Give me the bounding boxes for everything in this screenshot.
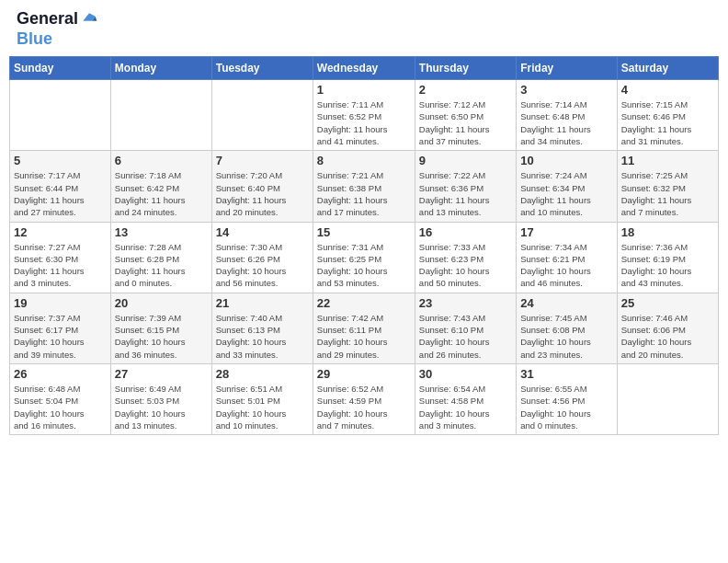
calendar-cell: 10Sunrise: 7:24 AM Sunset: 6:34 PM Dayli… — [517, 151, 617, 222]
calendar-week-row: 5Sunrise: 7:17 AM Sunset: 6:44 PM Daylig… — [10, 151, 719, 222]
day-info: Sunrise: 7:40 AM Sunset: 6:13 PM Dayligh… — [216, 312, 309, 361]
calendar-cell: 3Sunrise: 7:14 AM Sunset: 6:48 PM Daylig… — [517, 80, 617, 151]
day-number: 25 — [621, 296, 714, 310]
day-number: 3 — [520, 83, 612, 97]
day-info: Sunrise: 7:46 AM Sunset: 6:06 PM Dayligh… — [621, 312, 714, 361]
day-info: Sunrise: 7:24 AM Sunset: 6:34 PM Dayligh… — [520, 169, 612, 218]
day-info: Sunrise: 7:11 AM Sunset: 6:52 PM Dayligh… — [317, 98, 411, 147]
day-number: 27 — [115, 367, 208, 381]
day-info: Sunrise: 6:55 AM Sunset: 4:56 PM Dayligh… — [520, 383, 612, 431]
calendar-cell: 22Sunrise: 7:42 AM Sunset: 6:11 PM Dayli… — [313, 293, 415, 363]
day-number: 7 — [216, 154, 309, 167]
day-number: 20 — [115, 296, 208, 310]
day-info: Sunrise: 6:52 AM Sunset: 4:59 PM Dayligh… — [317, 383, 411, 431]
day-info: Sunrise: 7:21 AM Sunset: 6:38 PM Dayligh… — [317, 169, 411, 218]
calendar-cell: 2Sunrise: 7:12 AM Sunset: 6:50 PM Daylig… — [415, 80, 516, 151]
day-number: 13 — [115, 225, 208, 239]
day-info: Sunrise: 7:36 AM Sunset: 6:19 PM Dayligh… — [621, 241, 714, 290]
day-number: 2 — [419, 83, 512, 97]
day-info: Sunrise: 7:33 AM Sunset: 6:23 PM Dayligh… — [419, 241, 512, 290]
weekday-header-cell: Wednesday — [313, 57, 415, 80]
day-info: Sunrise: 6:48 AM Sunset: 5:04 PM Dayligh… — [14, 383, 107, 431]
calendar-cell: 8Sunrise: 7:21 AM Sunset: 6:38 PM Daylig… — [313, 151, 415, 222]
day-number: 11 — [621, 154, 714, 167]
day-number: 15 — [317, 225, 411, 239]
logo-icon — [80, 10, 98, 29]
day-number: 18 — [621, 225, 714, 239]
day-number: 30 — [419, 367, 512, 381]
day-number: 10 — [520, 154, 612, 167]
calendar-cell: 25Sunrise: 7:46 AM Sunset: 6:06 PM Dayli… — [617, 293, 718, 363]
calendar-cell — [211, 80, 313, 151]
day-info: Sunrise: 7:25 AM Sunset: 6:32 PM Dayligh… — [621, 169, 714, 218]
day-number: 5 — [14, 154, 107, 167]
day-number: 21 — [216, 296, 309, 310]
calendar-cell: 15Sunrise: 7:31 AM Sunset: 6:25 PM Dayli… — [313, 222, 415, 293]
day-number: 9 — [419, 154, 512, 167]
calendar-cell: 14Sunrise: 7:30 AM Sunset: 6:26 PM Dayli… — [211, 222, 313, 293]
calendar-week-row: 19Sunrise: 7:37 AM Sunset: 6:17 PM Dayli… — [10, 293, 719, 363]
day-info: Sunrise: 7:20 AM Sunset: 6:40 PM Dayligh… — [216, 169, 309, 218]
calendar-cell — [617, 363, 718, 434]
calendar-week-row: 1Sunrise: 7:11 AM Sunset: 6:52 PM Daylig… — [10, 80, 719, 151]
day-info: Sunrise: 7:45 AM Sunset: 6:08 PM Dayligh… — [520, 312, 612, 361]
day-number: 26 — [14, 367, 107, 381]
day-info: Sunrise: 7:14 AM Sunset: 6:48 PM Dayligh… — [520, 98, 612, 147]
day-number: 1 — [317, 83, 411, 97]
calendar-cell: 6Sunrise: 7:18 AM Sunset: 6:42 PM Daylig… — [110, 151, 211, 222]
day-number: 23 — [419, 296, 512, 310]
logo-text: General — [17, 9, 78, 29]
calendar-cell: 13Sunrise: 7:28 AM Sunset: 6:28 PM Dayli… — [110, 222, 211, 293]
calendar-cell: 28Sunrise: 6:51 AM Sunset: 5:01 PM Dayli… — [211, 363, 313, 434]
calendar-cell: 9Sunrise: 7:22 AM Sunset: 6:36 PM Daylig… — [415, 151, 516, 222]
day-info: Sunrise: 6:54 AM Sunset: 4:58 PM Dayligh… — [419, 383, 512, 431]
day-info: Sunrise: 7:31 AM Sunset: 6:25 PM Dayligh… — [317, 241, 411, 290]
calendar-cell: 18Sunrise: 7:36 AM Sunset: 6:19 PM Dayli… — [617, 222, 718, 293]
day-info: Sunrise: 6:51 AM Sunset: 5:01 PM Dayligh… — [216, 383, 309, 431]
weekday-header-cell: Thursday — [415, 57, 516, 80]
weekday-header-cell: Monday — [110, 57, 211, 80]
calendar-cell: 23Sunrise: 7:43 AM Sunset: 6:10 PM Dayli… — [415, 293, 516, 363]
day-number: 16 — [419, 225, 512, 239]
day-number: 29 — [317, 367, 411, 381]
calendar-body: 1Sunrise: 7:11 AM Sunset: 6:52 PM Daylig… — [10, 80, 719, 435]
day-info: Sunrise: 7:37 AM Sunset: 6:17 PM Dayligh… — [14, 312, 107, 361]
calendar-week-row: 12Sunrise: 7:27 AM Sunset: 6:30 PM Dayli… — [10, 222, 719, 293]
day-info: Sunrise: 7:34 AM Sunset: 6:21 PM Dayligh… — [520, 241, 612, 290]
calendar-cell: 19Sunrise: 7:37 AM Sunset: 6:17 PM Dayli… — [10, 293, 111, 363]
day-info: Sunrise: 7:22 AM Sunset: 6:36 PM Dayligh… — [419, 169, 512, 218]
day-number: 28 — [216, 367, 309, 381]
logo-blue-text: Blue — [17, 29, 98, 50]
calendar-cell: 30Sunrise: 6:54 AM Sunset: 4:58 PM Dayli… — [415, 363, 516, 434]
weekday-header-cell: Friday — [517, 57, 617, 80]
calendar-cell: 16Sunrise: 7:33 AM Sunset: 6:23 PM Dayli… — [415, 222, 516, 293]
day-number: 4 — [621, 83, 714, 97]
calendar-cell — [110, 80, 211, 151]
day-info: Sunrise: 7:43 AM Sunset: 6:10 PM Dayligh… — [419, 312, 512, 361]
calendar-cell: 12Sunrise: 7:27 AM Sunset: 6:30 PM Dayli… — [10, 222, 111, 293]
calendar-cell: 29Sunrise: 6:52 AM Sunset: 4:59 PM Dayli… — [313, 363, 415, 434]
calendar-cell: 24Sunrise: 7:45 AM Sunset: 6:08 PM Dayli… — [517, 293, 617, 363]
calendar-cell: 1Sunrise: 7:11 AM Sunset: 6:52 PM Daylig… — [313, 80, 415, 151]
calendar-cell: 5Sunrise: 7:17 AM Sunset: 6:44 PM Daylig… — [10, 151, 111, 222]
calendar-cell: 11Sunrise: 7:25 AM Sunset: 6:32 PM Dayli… — [617, 151, 718, 222]
day-info: Sunrise: 7:42 AM Sunset: 6:11 PM Dayligh… — [317, 312, 411, 361]
calendar-table: SundayMondayTuesdayWednesdayThursdayFrid… — [9, 56, 719, 435]
calendar-cell: 26Sunrise: 6:48 AM Sunset: 5:04 PM Dayli… — [10, 363, 111, 434]
day-number: 6 — [115, 154, 208, 167]
calendar-cell: 20Sunrise: 7:39 AM Sunset: 6:15 PM Dayli… — [110, 293, 211, 363]
day-info: Sunrise: 7:28 AM Sunset: 6:28 PM Dayligh… — [115, 241, 208, 290]
day-number: 22 — [317, 296, 411, 310]
day-info: Sunrise: 7:39 AM Sunset: 6:15 PM Dayligh… — [115, 312, 208, 361]
calendar-cell: 4Sunrise: 7:15 AM Sunset: 6:46 PM Daylig… — [617, 80, 718, 151]
day-info: Sunrise: 7:15 AM Sunset: 6:46 PM Dayligh… — [621, 98, 714, 147]
calendar-week-row: 26Sunrise: 6:48 AM Sunset: 5:04 PM Dayli… — [10, 363, 719, 434]
calendar-cell: 7Sunrise: 7:20 AM Sunset: 6:40 PM Daylig… — [211, 151, 313, 222]
weekday-header-cell: Tuesday — [211, 57, 313, 80]
calendar-cell — [10, 80, 111, 151]
logo: General Blue — [17, 9, 98, 49]
day-number: 12 — [14, 225, 107, 239]
day-number: 31 — [520, 367, 612, 381]
day-number: 17 — [520, 225, 612, 239]
day-number: 8 — [317, 154, 411, 167]
